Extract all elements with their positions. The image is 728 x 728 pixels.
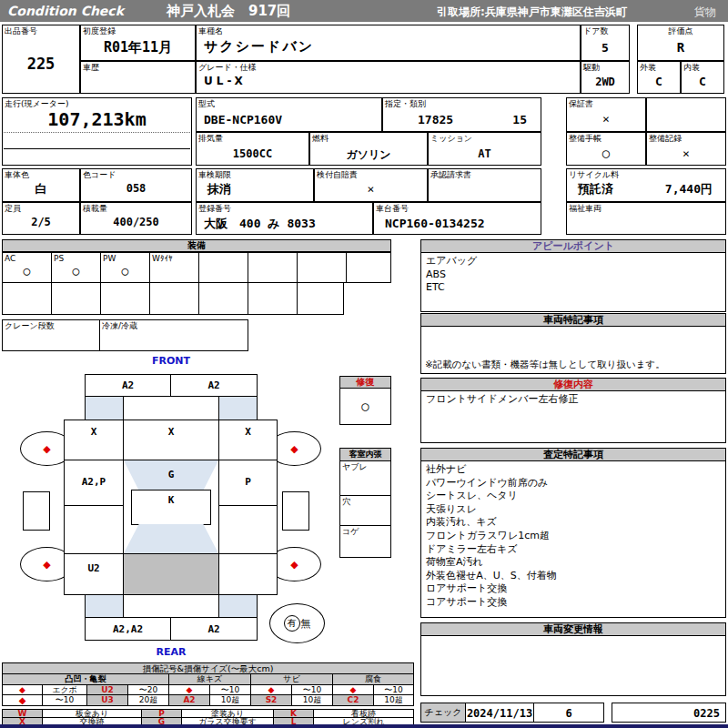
equipment-label-ac: AC <box>5 254 15 263</box>
body-color-label: 車体色 <box>5 170 29 179</box>
equipment-row2-cell-5 <box>198 282 248 315</box>
mileage-divider-solid <box>4 148 190 149</box>
load-capacity-value: 400/250 <box>81 216 191 228</box>
equipment-row2-cell-2 <box>51 282 101 315</box>
repair-detail-body: フロントサイドメンバー左右修正 <box>420 390 726 443</box>
appeal-header: アピールポイント <box>420 239 726 253</box>
grade-value: UL-X <box>204 75 247 87</box>
doors-value: 5 <box>581 41 629 55</box>
equipment-label-wtire: Wﾀｲﾔ <box>152 254 172 263</box>
equipment-mark-ac: ○ <box>3 264 51 278</box>
appeal-body: エアバッグ ABS ETC <box>420 252 726 312</box>
check-label-cell: チェック <box>420 703 466 723</box>
check-date-value: 2024/11/13 <box>466 707 533 720</box>
fuel-box: 燃料 ガソリン <box>309 132 428 166</box>
mileage-label: 走行(現メーター) <box>5 99 68 108</box>
equipment-row2-cell-7 <box>297 282 344 315</box>
front-bumper-left-panel: A2 <box>85 374 171 397</box>
check-date-cell: 2024/11/13 <box>465 703 534 723</box>
right-rear-door-panel <box>218 505 278 554</box>
grade-label: グレード・仕様 <box>198 63 257 72</box>
left-rear-door-panel <box>64 505 124 554</box>
inspection-value: 抹消 <box>207 181 231 197</box>
assessment-line: 社外ナビ <box>426 463 721 477</box>
legend-code-s2: S2 <box>250 694 292 706</box>
equipment-mark-pw: ○ <box>101 264 149 278</box>
rear-gate <box>123 594 219 618</box>
front-bumper-left-damage: A2 <box>86 379 170 391</box>
score-box: 評価点 R <box>637 25 724 61</box>
maintenance-book-value: ○ <box>567 146 645 160</box>
appeal-line: ETC <box>426 281 721 295</box>
capacity-box: 定員 2/5 <box>2 202 80 235</box>
fridge-box: 冷凍/冷蔵 <box>99 319 248 351</box>
repair-detail-header: 修復内容 <box>420 378 726 391</box>
equipment-cell-6 <box>248 252 298 283</box>
vin-label: 車台番号 <box>376 204 409 213</box>
diagram-rear-label: REAR <box>85 646 258 658</box>
class-value-1: 17825 <box>418 113 453 126</box>
assessment-body: 社外ナビ パワーウインドウ前席のみ シートスレ、ヘタリ 天張りスレ 内装汚れ、キ… <box>420 460 726 618</box>
rear-glass <box>124 524 218 553</box>
rear-bumper-left-panel: A2,A2 <box>85 617 171 641</box>
assessment-line: シートスレ、ヘタリ <box>426 490 721 503</box>
assessment-line: フロントガラスワレ1cm超 <box>426 530 721 543</box>
model-code-value: DBE-NCP160V <box>204 113 282 126</box>
welfare-box: 福祉車両 <box>566 202 726 235</box>
left-rear-quarter-damage: U2 <box>65 562 123 574</box>
rear-bumper-left-damage: A2,A2 <box>86 623 170 635</box>
left-front-door-panel: A2,P <box>64 460 124 506</box>
first-registration-label: 初度登録 <box>83 26 116 35</box>
displacement-value: 1500CC <box>197 147 308 160</box>
front-bumper-right-panel: A2 <box>170 374 258 397</box>
recycle-fee-value: 7,440円 <box>665 181 713 197</box>
warranty-label: 保証書 <box>569 99 593 108</box>
model-name-label: 車種名 <box>198 26 223 35</box>
spare-no-label: 無 <box>301 617 311 631</box>
rear-bumper-right-panel: A2 <box>170 617 258 641</box>
sheet-number-cell: 0225 <box>612 703 726 723</box>
color-code-label: 色コード <box>83 170 116 179</box>
roof-panel: K <box>131 490 211 525</box>
repair-detail-line: フロントサイドメンバー左右修正 <box>426 393 721 407</box>
color-code-value: 058 <box>81 182 191 195</box>
class-label: 指定・類別 <box>385 99 426 108</box>
windshield-damage: G <box>124 469 218 480</box>
front-right-light <box>218 396 258 420</box>
recycle-status-value: 預託済 <box>578 181 613 197</box>
equipment-label-ps: PS <box>54 254 64 263</box>
warranty-value: × <box>567 112 645 126</box>
assessment-line: 内装汚れ、キズ <box>426 516 721 530</box>
mileage-box: 走行(現メーター) 107,213km <box>2 97 192 166</box>
appeal-line: ABS <box>426 268 721 282</box>
assessment-line: ドアミラー左右キズ <box>426 543 721 557</box>
legend-code-u3: U3 <box>86 694 128 706</box>
maintenance-record-label: 整備記録 <box>649 134 682 143</box>
equipment-cell-7 <box>297 252 347 283</box>
equipment-cell-5 <box>198 252 248 283</box>
repair-flag-header: 修復 <box>339 376 391 389</box>
diagram-front-label: FRONT <box>85 355 258 367</box>
cargo-area-panel <box>123 553 219 595</box>
equipment-label-pw: PW <box>103 254 116 263</box>
displacement-box: 排気量 1500CC <box>196 132 309 166</box>
body-color-box: 車体色 白 <box>2 168 80 202</box>
cabin-lining-header: 客室内張 <box>339 448 391 461</box>
doors-box: ドア数 5 <box>581 25 630 61</box>
first-registration-box: 初度登録 R01年11月 <box>80 25 196 61</box>
wheel-mark-icon: ◆ <box>43 443 50 455</box>
maintenance-book-label: 整備手帳 <box>569 134 602 143</box>
warranty-empty-box <box>646 97 726 132</box>
approval-box: 承認請求書 <box>428 168 541 202</box>
cabin-lining-tear-label: ヤブレ <box>342 462 368 471</box>
equipment-row2-cell-4 <box>149 282 199 315</box>
first-registration-value: R01年11月 <box>81 39 195 56</box>
legend-size: 20超 <box>127 694 169 706</box>
maintenance-book-box: 整備手帳 ○ <box>566 132 646 166</box>
front-bumper-right-damage: A2 <box>171 379 257 391</box>
legend-size: 10超 <box>291 694 333 706</box>
front-right-fender-panel: X <box>218 420 278 460</box>
vehicle-notes-header: 車両特記事項 <box>420 313 726 327</box>
legend-size: 〜10 <box>42 694 87 706</box>
spare-tire-indicator: 有 無 <box>269 603 325 643</box>
